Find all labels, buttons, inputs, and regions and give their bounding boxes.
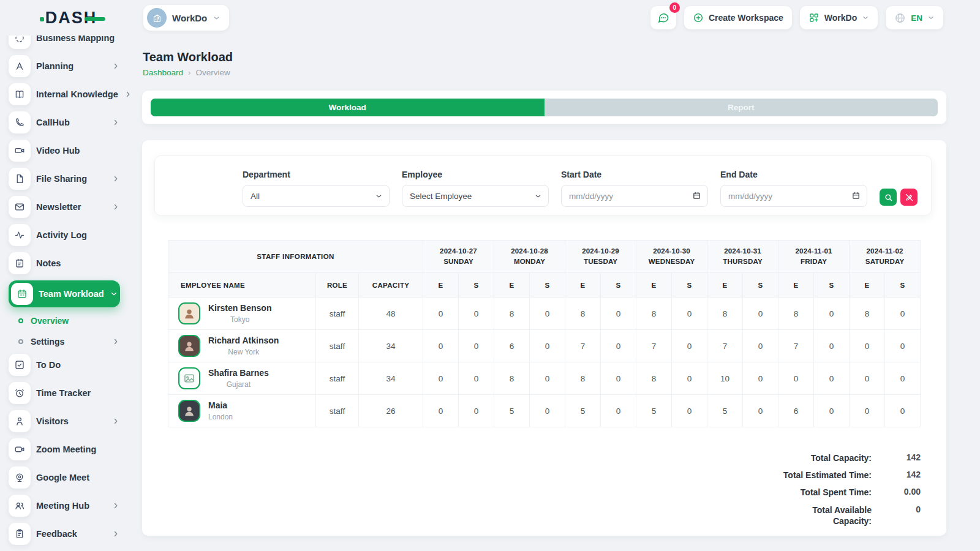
sidebar-item-label: Feedback bbox=[36, 529, 106, 539]
chat-bubble-icon bbox=[657, 12, 669, 24]
sidebar-item-internal-knowledge[interactable]: Internal Knowledge bbox=[9, 83, 120, 105]
employee-avatar bbox=[178, 400, 200, 422]
language-selector[interactable]: EN bbox=[886, 6, 943, 29]
sidebar-item-notes[interactable]: Notes bbox=[9, 252, 120, 274]
sidebar-item-activity-log[interactable]: Activity Log bbox=[9, 224, 120, 246]
sidebar-item-file-sharing[interactable]: File Sharing bbox=[9, 168, 120, 190]
sidebar-item-team-workload[interactable]: Team Workload bbox=[9, 280, 120, 307]
capacity-cell: 34 bbox=[359, 330, 423, 362]
sidebar-item-visitors[interactable]: Visitors bbox=[9, 410, 120, 432]
spent-value-cell: 0 bbox=[743, 395, 778, 427]
chevron-right-icon bbox=[111, 174, 120, 183]
chevron-down-icon bbox=[110, 290, 118, 298]
app-root: DASH WorkDo 0 Cre bbox=[0, 0, 980, 551]
spent-subheader: S bbox=[530, 273, 565, 298]
grid-plus-icon bbox=[809, 12, 820, 23]
tab-report[interactable]: Report bbox=[545, 99, 938, 116]
sidebar-item-label: Planning bbox=[36, 61, 106, 71]
sidebar-item-label: CallHub bbox=[36, 118, 106, 127]
sidebar-item-video-hub[interactable]: Video Hub bbox=[9, 140, 120, 162]
breadcrumb-dashboard-link[interactable]: Dashboard bbox=[143, 68, 183, 77]
start-date-input[interactable] bbox=[561, 185, 708, 207]
sidebar-subitem-settings[interactable]: Settings bbox=[18, 333, 120, 350]
spent-value-cell: 0 bbox=[814, 395, 850, 427]
total-row-total-capacity: Total Capacity: 142 bbox=[774, 452, 921, 463]
employee-name: Maia bbox=[208, 400, 233, 411]
workspace-name: WorkDo bbox=[172, 13, 207, 23]
spent-subheader: S bbox=[672, 273, 707, 298]
reset-filter-button[interactable] bbox=[900, 189, 918, 206]
sidebar-item-feedback[interactable]: Feedback bbox=[9, 523, 120, 545]
sidebar-item-label: Time Tracker bbox=[36, 388, 120, 398]
role-cell: staff bbox=[316, 395, 359, 427]
todo-icon bbox=[9, 354, 31, 376]
spent-value-cell: 0 bbox=[814, 362, 850, 395]
sidebar-item-meeting-hub[interactable]: Meeting Hub bbox=[9, 495, 120, 517]
total-label: Total Capacity: bbox=[774, 452, 872, 463]
sidebar-item-zoom-meeting[interactable]: Zoom Meeting bbox=[9, 438, 120, 460]
tab-bar: Workload Report bbox=[151, 99, 938, 116]
spent-value-cell: 0 bbox=[672, 298, 707, 330]
page-title: Team Workload bbox=[143, 50, 980, 64]
sidebar-item-to-do[interactable]: To Do bbox=[9, 354, 120, 376]
estimated-value-cell: 6 bbox=[494, 330, 530, 362]
edit-off-icon bbox=[905, 193, 914, 202]
create-workspace-button[interactable]: Create Workspace bbox=[684, 6, 792, 29]
end-date-input[interactable] bbox=[720, 185, 867, 207]
sidebar-item-business-mapping[interactable]: Business Mapping bbox=[9, 36, 120, 49]
logo-dot-accent bbox=[40, 17, 44, 21]
sidebar-item-google-meet[interactable]: Google Meet bbox=[9, 467, 120, 489]
capacity-header: CAPACITY bbox=[359, 273, 423, 298]
filter-panel: Department All Employee Select bbox=[154, 156, 932, 216]
sidebar-item-planning[interactable]: Planning bbox=[9, 55, 120, 77]
tab-workload[interactable]: Workload bbox=[151, 99, 545, 116]
capacity-cell: 26 bbox=[359, 395, 423, 427]
employee-filter: Employee Select Employee bbox=[402, 170, 549, 207]
role-cell: staff bbox=[316, 330, 359, 362]
estimated-value-cell: 7 bbox=[636, 330, 672, 362]
estimated-value-cell: 0 bbox=[423, 362, 459, 395]
total-row-total-spent-time: Total Spent Time: 0.00 bbox=[774, 487, 921, 498]
end-date-label: End Date bbox=[720, 170, 867, 179]
spent-value-cell: 0 bbox=[459, 330, 494, 362]
employee-avatar bbox=[178, 367, 200, 389]
sidebar-item-time-tracker[interactable]: Time Tracker bbox=[9, 382, 120, 404]
workspace-selector[interactable]: WorkDo bbox=[143, 5, 229, 31]
main-content: Team Workload Dashboard › Overview Workl… bbox=[142, 36, 980, 551]
search-button[interactable] bbox=[880, 189, 897, 206]
department-select[interactable]: All bbox=[243, 185, 390, 207]
sidebar-item-label: Video Hub bbox=[36, 146, 120, 156]
spent-value-cell: 0 bbox=[743, 362, 778, 395]
spent-subheader: S bbox=[459, 273, 494, 298]
sidebar-item-newsletter[interactable]: Newsletter bbox=[9, 196, 120, 218]
sidebar-item-label: Google Meet bbox=[36, 473, 120, 482]
sidebar-subitem-overview[interactable]: Overview bbox=[18, 312, 120, 329]
chevron-down-icon bbox=[213, 14, 221, 22]
estimated-subheader: E bbox=[850, 273, 885, 298]
sidebar-item-label: Newsletter bbox=[36, 202, 106, 212]
day-column-header: 2024-10-27SUNDAY bbox=[423, 241, 494, 273]
workload-card: Department All Employee Select bbox=[142, 140, 946, 536]
estimated-subheader: E bbox=[778, 273, 814, 298]
meeting-hub-icon bbox=[9, 495, 31, 517]
employee-select[interactable]: Select Employee bbox=[402, 185, 549, 207]
sidebar-item-label: Business Mapping bbox=[36, 36, 120, 43]
employee-label: Employee bbox=[402, 170, 549, 179]
role-header: ROLE bbox=[316, 273, 359, 298]
employee-location: Tokyo bbox=[208, 315, 271, 324]
role-cell: staff bbox=[316, 362, 359, 395]
sidebar-item-callhub[interactable]: CallHub bbox=[9, 111, 120, 133]
spent-value-cell: 0 bbox=[601, 298, 636, 330]
day-column-header: 2024-10-29TUESDAY bbox=[565, 241, 636, 273]
messages-button[interactable]: 0 bbox=[650, 6, 676, 29]
estimated-value-cell: 0 bbox=[778, 362, 814, 395]
employee-cell: Shafira Barnes Gujarat bbox=[168, 362, 316, 395]
breadcrumb: Dashboard › Overview bbox=[143, 68, 980, 77]
estimated-value-cell: 0 bbox=[850, 362, 885, 395]
totals-summary: Total Capacity: 142Total Estimated Time:… bbox=[774, 452, 921, 527]
employee-location: Gujarat bbox=[208, 380, 269, 389]
globe-icon bbox=[894, 12, 906, 24]
estimated-subheader: E bbox=[565, 273, 601, 298]
workdo-menu-button[interactable]: WorkDo bbox=[800, 6, 878, 29]
estimated-value-cell: 0 bbox=[423, 395, 459, 427]
